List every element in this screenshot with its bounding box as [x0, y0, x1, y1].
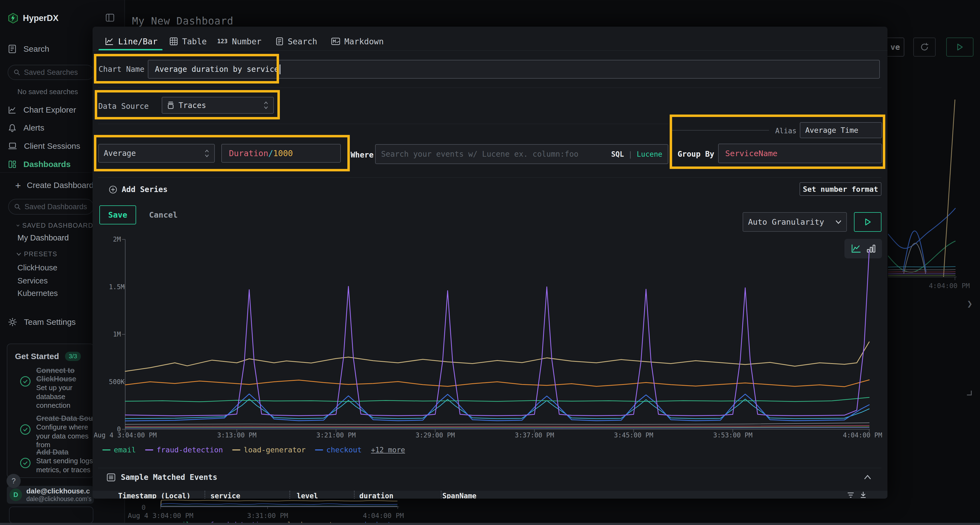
panel-expand-chevron-icon[interactable]: ❯: [967, 298, 972, 309]
presets-section[interactable]: PRESETS: [16, 250, 57, 258]
line-chart-icon: [105, 37, 114, 45]
chevron-down-icon: [835, 220, 842, 224]
legend-swatch: [145, 449, 153, 450]
group-by-input[interactable]: ServiceName: [718, 144, 882, 163]
column-header-timestamp[interactable]: Timestamp (Local): [118, 492, 191, 499]
background-page-right: ve 4:04:00 PM ❯: [882, 0, 980, 525]
filter-icon[interactable]: [847, 492, 854, 498]
get-started-item-title[interactable]: Connect to ClickHouse: [36, 366, 91, 383]
legend-item-fraud-detection[interactable]: fraud-detection: [145, 446, 223, 454]
tab-label: Number: [232, 37, 261, 46]
x-tick-label: 3:29:00 PM: [416, 431, 455, 439]
data-source-select[interactable]: Traces: [162, 97, 274, 114]
chart-name-input[interactable]: Average duration by service: [148, 60, 880, 79]
sidebar-item-kubernetes[interactable]: Kubernetes: [18, 289, 58, 298]
brand[interactable]: HyperDX: [8, 13, 59, 24]
sidebar-item-clickhouse[interactable]: ClickHouse: [18, 263, 57, 272]
aggregation-select[interactable]: Average: [98, 144, 215, 163]
sidebar-item-label: Chart Explorer: [24, 105, 76, 114]
sidebar-item-services[interactable]: Services: [18, 276, 48, 285]
play-dashboard-button[interactable]: [946, 38, 974, 57]
x-tick-label: 3:37:00 PM: [515, 431, 554, 439]
alias-input[interactable]: Average Time: [800, 122, 882, 138]
create-dashboard-button[interactable]: + Create Dashboard: [15, 181, 94, 190]
y-tick-label: 2M: [109, 236, 121, 243]
gear-icon: [8, 318, 17, 327]
legend-more-link[interactable]: +12 more: [371, 446, 405, 454]
set-number-format-button[interactable]: Set number format: [800, 182, 881, 196]
legend-item-checkout[interactable]: checkout: [315, 446, 362, 454]
list-icon: [107, 473, 115, 482]
background-xtick: Aug 4 3:04:00 PM: [128, 512, 194, 520]
saved-searches-input[interactable]: Saved Searches: [8, 65, 94, 80]
get-started-item-title[interactable]: Add Data: [36, 448, 99, 457]
field-expression-input[interactable]: Duration/1000: [221, 144, 341, 163]
add-series-label: Add Series: [122, 185, 168, 194]
y-tick-label: 1M: [109, 330, 121, 338]
tab-markdown[interactable]: Markdown: [331, 35, 384, 48]
cancel-button[interactable]: Cancel: [147, 205, 180, 224]
download-icon[interactable]: [860, 491, 867, 498]
sidebar-item-label: Alerts: [24, 123, 45, 132]
collapse-section-chevron-icon[interactable]: [864, 474, 871, 480]
tab-search[interactable]: Search: [276, 35, 317, 48]
dashboards-icon: [8, 160, 16, 168]
column-header-level[interactable]: level: [297, 492, 318, 499]
column-header-spanname[interactable]: SpanName: [442, 492, 476, 499]
legend-swatch: [102, 449, 111, 450]
tab-line-bar[interactable]: Line/Bar: [105, 35, 158, 48]
text-caret: [280, 65, 280, 74]
sidebar-bottom-panel: [9, 506, 93, 523]
chart-series: [125, 425, 869, 427]
where-input[interactable]: Search your events w/ Lucene ex. column:…: [375, 144, 668, 164]
lucene-toggle[interactable]: Lucene: [637, 150, 662, 158]
granularity-select[interactable]: Auto Granularity: [743, 212, 847, 232]
background-chart: [888, 90, 980, 284]
chart-explorer-icon: [8, 106, 16, 114]
sample-events-title: Sample Matched Events: [121, 473, 217, 482]
sidebar-item-search[interactable]: Search: [8, 43, 49, 54]
sidebar-item-my-dashboard[interactable]: My Dashboard: [18, 233, 69, 243]
resize-handle-icon[interactable]: [965, 389, 972, 396]
page-title: My New Dashboard: [132, 15, 233, 27]
data-source-value: Traces: [178, 101, 259, 110]
saved-dashboards-input[interactable]: Saved Dashboards: [8, 199, 94, 215]
sidebar-item-label: Dashboards: [24, 160, 70, 169]
user-menu[interactable]: D dale@clickhouse.c dale@clickhouse.com'…: [7, 486, 94, 504]
sidebar-item-alerts[interactable]: Alerts: [8, 122, 45, 133]
laptop-icon: [8, 142, 17, 150]
add-series-button[interactable]: Add Series: [109, 185, 168, 194]
x-tick-label: 3:45:00 PM: [614, 431, 653, 439]
select-chevrons-icon: [264, 101, 269, 109]
x-tick-label: 3:53:00 PM: [713, 431, 753, 439]
search-icon: [14, 203, 21, 210]
legend-item-load-generator[interactable]: load-generator: [232, 446, 306, 454]
tab-number[interactable]: 123 Number: [217, 35, 261, 48]
search-logs-icon: [8, 44, 16, 53]
tab-table[interactable]: Table: [170, 35, 207, 48]
sidebar-collapse-icon[interactable]: [106, 14, 115, 22]
sidebar-item-dashboards[interactable]: Dashboards: [8, 159, 70, 170]
run-query-button[interactable]: [854, 212, 881, 232]
chart-series-load-generator: [125, 342, 869, 371]
search-doc-icon: [276, 37, 283, 45]
sidebar-item-chart-explorer[interactable]: Chart Explorer: [8, 105, 76, 115]
help-button[interactable]: ?: [6, 474, 21, 488]
sql-toggle[interactable]: SQL: [611, 150, 624, 158]
chevron-down-icon: [16, 252, 21, 256]
chevron-down-icon: [16, 224, 20, 227]
column-header-duration[interactable]: duration: [360, 492, 393, 499]
sidebar-item-client-sessions[interactable]: Client Sessions: [8, 141, 80, 152]
save-button[interactable]: Save: [99, 205, 136, 224]
legend-item-email[interactable]: email: [102, 446, 136, 454]
data-source-label: Data Source: [98, 102, 149, 111]
select-chevrons-icon: [204, 149, 209, 157]
main-chart[interactable]: 2M1.5M1M500K0 Aug 4 3:04:00 PM3:13:00 PM…: [109, 237, 885, 443]
legend-swatch: [315, 449, 323, 450]
sidebar-item-team-settings[interactable]: Team Settings: [8, 317, 76, 328]
plus-circle-icon: [109, 185, 117, 194]
refresh-button[interactable]: [913, 38, 935, 57]
saved-dashboards-section[interactable]: SAVED DASHBOARDS: [16, 222, 98, 229]
column-header-service[interactable]: service: [210, 492, 240, 499]
chart-name-value: Average duration by service: [148, 65, 279, 74]
